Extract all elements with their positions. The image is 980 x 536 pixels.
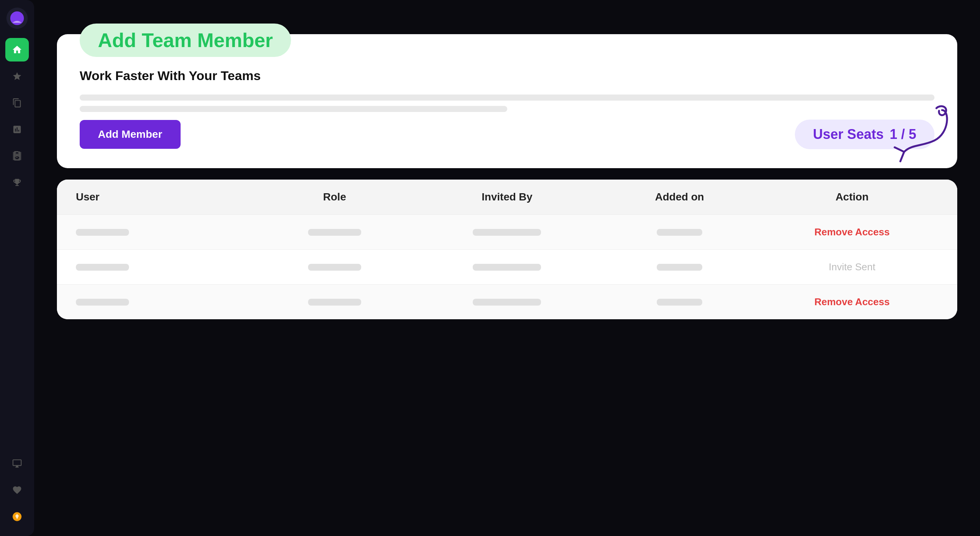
table-cell-user-1: [76, 229, 248, 236]
user-seats-badge: User Seats 1 / 5: [795, 120, 934, 149]
remove-access-button-1[interactable]: Remove Access: [814, 226, 890, 238]
skeleton-role-1: [308, 229, 361, 236]
sidebar: [0, 0, 34, 536]
skeleton-user-1: [76, 229, 129, 236]
team-table-card: User Role Invited By Added on Action Rem…: [57, 180, 957, 319]
table-cell-action-2: Invite Sent: [766, 261, 938, 273]
add-team-badge: Add Team Member: [80, 24, 291, 57]
table-cell-invited-1: [421, 229, 593, 236]
sidebar-item-monitor[interactable]: [5, 452, 29, 475]
table-cell-action-1: Remove Access: [766, 226, 938, 238]
table-cell-added-2: [593, 264, 766, 271]
main-content: Add Team Member Work Faster With Your Te…: [34, 0, 980, 536]
sidebar-item-heart[interactable]: [5, 478, 29, 502]
table-row: Invite Sent: [57, 249, 957, 284]
skeleton-invited-3: [473, 299, 541, 306]
add-team-footer: Add Member User Seats 1 / 5: [80, 120, 934, 149]
skeleton-role-3: [308, 299, 361, 306]
skeleton-user-2: [76, 264, 129, 271]
skeleton-line-1: [80, 94, 934, 100]
skeleton-added-2: [657, 264, 702, 271]
table-header-action: Action: [766, 191, 938, 203]
table-header-user: User: [76, 191, 248, 203]
user-seats-count: 1 / 5: [890, 126, 916, 142]
add-team-title: Add Team Member: [98, 29, 273, 51]
table-header-role: Role: [248, 191, 421, 203]
sidebar-item-home[interactable]: [5, 38, 29, 62]
add-member-button[interactable]: Add Member: [80, 120, 181, 149]
table-cell-user-3: [76, 299, 248, 306]
sidebar-item-book[interactable]: [5, 144, 29, 168]
remove-access-button-3[interactable]: Remove Access: [814, 296, 890, 308]
table-cell-action-3: Remove Access: [766, 296, 938, 308]
skeleton-added-1: [657, 229, 702, 236]
table-row: Remove Access: [57, 284, 957, 319]
table-header-added-on: Added on: [593, 191, 766, 203]
table-cell-invited-3: [421, 299, 593, 306]
skeleton-added-3: [657, 299, 702, 306]
table-cell-added-3: [593, 299, 766, 306]
skeleton-invited-2: [473, 264, 541, 271]
add-team-card: Add Team Member Work Faster With Your Te…: [57, 34, 957, 168]
sidebar-item-chart[interactable]: [5, 118, 29, 141]
user-seats-label: User Seats: [813, 126, 884, 142]
sidebar-item-gem[interactable]: [5, 505, 29, 528]
table-cell-role-1: [248, 229, 421, 236]
svg-point-2: [16, 15, 19, 18]
sidebar-item-copy[interactable]: [5, 91, 29, 115]
table-cell-added-1: [593, 229, 766, 236]
sidebar-item-star[interactable]: [5, 65, 29, 88]
table-row: Remove Access: [57, 214, 957, 249]
table-header-invited-by: Invited By: [421, 191, 593, 203]
table-cell-invited-2: [421, 264, 593, 271]
sidebar-item-trophy[interactable]: [5, 171, 29, 195]
table-cell-user-2: [76, 264, 248, 271]
add-team-subtitle: Work Faster With Your Teams: [80, 68, 934, 83]
skeleton-invited-1: [473, 229, 541, 236]
table-header: User Role Invited By Added on Action: [57, 180, 957, 214]
table-cell-role-2: [248, 264, 421, 271]
skeleton-line-2: [80, 106, 507, 112]
skeleton-user-3: [76, 299, 129, 306]
sidebar-logo: [6, 8, 28, 29]
invite-sent-label-2: Invite Sent: [829, 261, 875, 273]
skeleton-role-2: [308, 264, 361, 271]
table-cell-role-3: [248, 299, 421, 306]
